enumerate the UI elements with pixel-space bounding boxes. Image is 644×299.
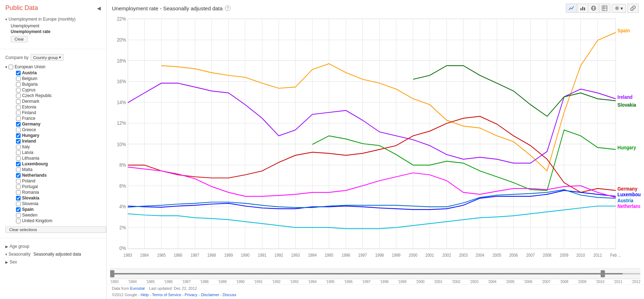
country-item-finland: Finland xyxy=(16,110,101,116)
scroll-label: '1995 xyxy=(326,280,335,284)
country-checkbox-malta[interactable] xyxy=(16,167,21,172)
scroll-handle-right[interactable] xyxy=(601,270,605,277)
privacy-link[interactable]: Privacy xyxy=(185,293,197,297)
clear-button[interactable]: Clear xyxy=(11,36,28,42)
link-button[interactable] xyxy=(627,4,639,13)
country-checkbox-bulgaria[interactable] xyxy=(16,82,21,87)
country-checkbox-cyprus[interactable] xyxy=(16,88,21,92)
country-checkbox-romania[interactable] xyxy=(16,190,21,195)
svg-text:1984: 1984 xyxy=(140,253,149,258)
scroll-label: '1994 xyxy=(308,280,316,284)
eu-checkbox[interactable] xyxy=(9,65,13,69)
age-group-arrow: ▶ xyxy=(5,245,8,249)
data-section-header[interactable]: ▾ Unemployment in Europe (monthly) xyxy=(5,17,101,22)
country-checkbox-france[interactable] xyxy=(16,116,21,121)
scroll-label: '2012 xyxy=(632,280,640,284)
country-checkbox-germany[interactable] xyxy=(16,122,21,127)
scroll-label: '1987 xyxy=(182,280,191,284)
svg-text:1994: 1994 xyxy=(308,253,317,258)
svg-text:2006: 2006 xyxy=(509,253,518,258)
country-checkbox-latvia[interactable] xyxy=(16,150,21,155)
seasonality-arrow: ▾ xyxy=(5,252,7,256)
ireland-label: Ireland xyxy=(617,94,632,100)
svg-rect-2 xyxy=(584,7,585,10)
country-checkbox-greece[interactable] xyxy=(16,128,21,132)
country-checkbox-netherlands[interactable] xyxy=(16,173,21,178)
country-checkbox-slovenia[interactable] xyxy=(16,202,21,206)
country-item-latvia: Latvia xyxy=(16,150,101,155)
country-checkbox-ireland[interactable] xyxy=(16,139,21,144)
country-group-dropdown[interactable]: Country group ▾ xyxy=(31,54,64,61)
age-group-section[interactable]: ▶ Age group xyxy=(0,242,106,250)
slovakia-label: Slovakia xyxy=(617,102,636,108)
line-chart-button[interactable] xyxy=(566,4,577,12)
country-checkbox-belgium[interactable] xyxy=(16,76,21,81)
country-item-estonia: Estonia xyxy=(16,104,101,110)
country-item-bulgaria: Bulgaria xyxy=(16,81,101,87)
country-checkbox-sweden[interactable] xyxy=(16,213,21,218)
svg-rect-11 xyxy=(128,19,616,249)
scroll-label: '2008 xyxy=(560,280,568,284)
scroll-label: '2011 xyxy=(614,280,622,284)
country-checkbox-finland[interactable] xyxy=(16,111,21,115)
scroll-label: '2003 xyxy=(470,280,478,284)
tos-link[interactable]: Terms of Service xyxy=(152,293,181,297)
svg-text:10%: 10% xyxy=(117,142,126,147)
collapse-arrow[interactable]: ◀ xyxy=(97,5,101,11)
country-checkbox-slovakia[interactable] xyxy=(16,196,21,201)
eu-expand-arrow[interactable]: ▾ xyxy=(5,65,7,69)
eu-row: ▾ European Union xyxy=(5,64,101,70)
svg-rect-0 xyxy=(580,8,581,10)
svg-text:2010: 2010 xyxy=(577,253,585,258)
sex-section[interactable]: ▶ Sex xyxy=(0,258,106,266)
eurostat-link[interactable]: Eurostat xyxy=(130,286,145,290)
discuss-link[interactable]: Discuss xyxy=(223,293,237,297)
scroll-label: '2009 xyxy=(578,280,586,284)
country-checkbox-estonia[interactable] xyxy=(16,105,21,110)
country-checkbox-austria[interactable] xyxy=(16,71,21,75)
country-checkbox-luxembourg[interactable] xyxy=(16,162,21,166)
table-button[interactable] xyxy=(599,4,610,12)
svg-text:12%: 12% xyxy=(117,121,126,126)
settings-button[interactable]: ▾ xyxy=(612,4,626,13)
country-checkbox-spain[interactable] xyxy=(16,207,21,212)
last-updated: Last updated: Dec 22, 2012 xyxy=(149,286,197,290)
svg-text:4%: 4% xyxy=(119,204,126,210)
scrollbar[interactable] xyxy=(110,268,640,279)
svg-text:2001: 2001 xyxy=(426,253,434,258)
country-checkbox-poland[interactable] xyxy=(16,179,21,183)
scrollbar-thumb[interactable] xyxy=(110,273,623,274)
country-checkbox-italy[interactable] xyxy=(16,145,21,149)
scroll-label: '2001 xyxy=(434,280,443,284)
clear-selections-button[interactable]: Clear selections xyxy=(5,226,106,233)
country-checkbox-denmark[interactable] xyxy=(16,99,21,104)
scroll-label: '2002 xyxy=(452,280,460,284)
svg-text:6%: 6% xyxy=(119,183,126,189)
compare-by-row: Compare by Country group ▾ xyxy=(0,52,106,63)
disclaimer-link[interactable]: Disclaimer xyxy=(201,293,219,297)
svg-text:1985: 1985 xyxy=(157,253,166,258)
country-item-italy: Italy xyxy=(16,144,101,150)
country-item-czech-republic: Czech Republic xyxy=(16,93,101,98)
country-item-hungary: Hungary xyxy=(16,133,101,138)
svg-text:1998: 1998 xyxy=(375,253,384,258)
globe-button[interactable] xyxy=(588,4,599,12)
svg-text:14%: 14% xyxy=(117,100,126,106)
country-checkbox-hungary[interactable] xyxy=(16,133,21,138)
country-item-lithuania: Lithuania xyxy=(16,155,101,161)
scroll-label: '2010 xyxy=(596,280,604,284)
country-checkbox-lithuania[interactable] xyxy=(16,156,21,161)
country-checkbox-portugal[interactable] xyxy=(16,185,21,189)
scroll-handle-left[interactable] xyxy=(110,270,114,277)
bar-chart-button[interactable] xyxy=(577,4,588,12)
svg-text:1992: 1992 xyxy=(275,253,283,258)
scrollbar-track xyxy=(110,273,640,274)
country-checkbox-czech-republic[interactable] xyxy=(16,94,21,98)
country-checkbox-united-kingdom[interactable] xyxy=(16,219,21,223)
help-link[interactable]: Help xyxy=(141,293,149,297)
tree-unemployment: Unemployment xyxy=(5,23,101,29)
svg-text:2011: 2011 xyxy=(593,253,602,258)
scroll-year-labels: '1983'1984'1985'1986'1987'1988'1989'1990… xyxy=(107,279,644,284)
seasonality-section[interactable]: ▾ Seasonality Seasonally adjusted data xyxy=(0,250,106,258)
help-icon[interactable]: ? xyxy=(225,5,231,11)
